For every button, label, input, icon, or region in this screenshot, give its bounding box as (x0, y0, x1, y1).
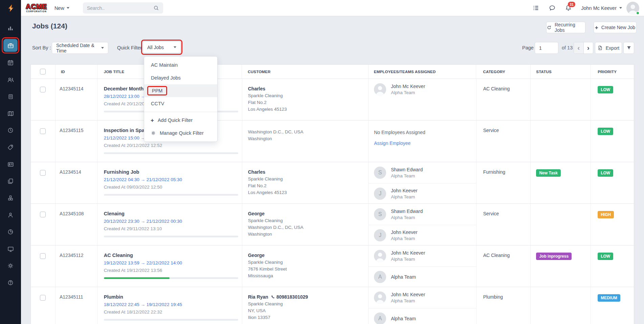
customer-phone[interactable]: 809818301029 (271, 294, 308, 300)
customer-name[interactable]: George (248, 211, 368, 216)
page-total-label: of 13 (562, 42, 573, 54)
employee-entry[interactable]: John Mc KeeverAlpha Team (369, 245, 476, 266)
menu-item-delayed-jobs[interactable]: Delayed Jobs (144, 71, 217, 84)
job-category: AC Cleaning (476, 245, 531, 287)
customer-name[interactable]: Ria Ryan809818301029 (248, 294, 368, 300)
app-logo[interactable] (0, 0, 21, 16)
menu-item-ppm[interactable]: PPM (144, 84, 217, 97)
header-priority[interactable]: PRIORITY (591, 65, 634, 79)
priority-badge: LOW (598, 86, 613, 93)
recurring-jobs-button[interactable]: Recurring Jobs (546, 22, 585, 33)
row-checkbox[interactable] (40, 212, 46, 217)
quick-filter-label: Quick Filter : (117, 42, 145, 54)
sidebar-item-customers[interactable] (0, 71, 21, 88)
new-menu[interactable]: New (54, 5, 69, 11)
sidebar-item-settings[interactable] (0, 257, 21, 274)
employee-name: John Keever (391, 188, 418, 193)
sidebar-item-jobs[interactable] (3, 39, 18, 52)
recurring-jobs-label: Recurring Jobs (555, 22, 585, 33)
avatar[interactable] (626, 2, 639, 15)
row-checkbox[interactable] (40, 170, 46, 176)
task-list-button[interactable] (532, 4, 539, 12)
next-page-button[interactable]: › (584, 42, 593, 53)
job-schedule-link[interactable]: 18/12/2022 22:45 → 19/12/2022 19:45 (104, 302, 238, 307)
previous-page-button[interactable]: ‹ (574, 42, 584, 53)
timesheet-icon (7, 127, 14, 134)
create-new-job-button[interactable]: + Create New Job (594, 22, 637, 33)
sidebar-item-calendar[interactable] (0, 54, 21, 71)
phone-icon (271, 295, 275, 299)
sidebar-item-inventory[interactable] (0, 190, 21, 207)
export-label: Export (606, 45, 619, 51)
create-new-job-label: Create New Job (601, 25, 635, 30)
header-category[interactable]: CATEGORY (476, 65, 531, 79)
select-all-checkbox[interactable] (40, 69, 46, 74)
sort-by-select[interactable]: Scheduled Date & Time (52, 42, 108, 54)
quick-filter-select[interactable]: All Jobs (143, 41, 181, 53)
export-button[interactable]: Export (595, 42, 622, 54)
employee-entry[interactable]: JJohn KeeverAlpha Team (369, 225, 476, 246)
job-schedule-link[interactable]: 19/12/2022 13:59 → 22/12/2022 14:00 (104, 260, 238, 265)
quick-filter-value: All Jobs (147, 45, 164, 50)
sidebar-item-reports[interactable] (0, 223, 21, 240)
header-employees[interactable]: EMPLOYEES/TEAMS ASSIGNED (369, 65, 476, 79)
row-checkbox[interactable] (40, 253, 46, 259)
sidebar-item-help[interactable] (0, 274, 21, 291)
menu-item-ac-maintain[interactable]: AC Maintain (144, 59, 217, 71)
header-status[interactable]: STATUS (531, 65, 591, 79)
add-quick-filter-item[interactable]: + Add Quick Filter (144, 114, 217, 127)
customer-name[interactable]: George (248, 253, 368, 258)
search-input[interactable] (87, 5, 153, 11)
row-checkbox[interactable] (40, 128, 46, 134)
job-created-at: Created At 19/12/2022 13:56 (104, 268, 238, 273)
job-schedule-link[interactable]: 21/12/2022 04:30 → 21/12/2022 05:30 (104, 177, 238, 182)
employee-entry[interactable]: JJohn KeeverAlpha Team (369, 183, 476, 204)
employee-entry[interactable]: AAlpha Team (369, 266, 476, 287)
employee-entry[interactable]: SShawn EdwardAlpha Team (369, 204, 476, 225)
sidebar-item-devices[interactable] (0, 240, 21, 257)
notifications-button[interactable]: 31 (565, 4, 572, 12)
filter-button[interactable] (623, 42, 634, 54)
search-icon[interactable] (153, 5, 159, 11)
sidebar-item-timesheet[interactable] (0, 122, 21, 139)
header-id[interactable]: ID (55, 65, 97, 79)
job-title-link[interactable]: Furnishing Job (104, 169, 238, 175)
company-name: ACME (26, 3, 47, 10)
customer-address-line: Sparkle Cleaning (248, 301, 368, 306)
sidebar-item-tags[interactable] (0, 139, 21, 156)
table-body: A12345114December Month28/12/2022 13:00 … (31, 79, 634, 324)
job-title-link[interactable]: AC Cleaning (104, 253, 238, 258)
employee-entry[interactable]: John Mc KeeverAlpha Team (369, 79, 476, 100)
sidebar-item-documents[interactable] (0, 173, 21, 190)
sidebar-item-map[interactable] (0, 105, 21, 122)
messages-button[interactable] (549, 4, 556, 12)
sidebar-item-id-card[interactable] (0, 156, 21, 173)
customer-name[interactable]: Charles (248, 169, 368, 175)
topbar-actions: 31 John Mc Keever (532, 2, 644, 15)
company-logo[interactable]: ACME CORPORATION (26, 3, 47, 13)
page-number-input[interactable] (535, 42, 558, 54)
table-row: A1234514Furnishing Job21/12/2022 04:30 →… (31, 162, 634, 204)
no-employees-text: No Employees AssignedAssign Employee (369, 121, 476, 146)
row-checkbox[interactable] (40, 87, 46, 92)
manage-quick-filter-item[interactable]: Manage Quick Filter (144, 127, 217, 139)
job-schedule-link[interactable]: 20/12/2022 23:30 → 21/12/2022 00:30 (104, 219, 238, 224)
employee-avatar: A (374, 271, 386, 283)
sidebar-item-employees[interactable] (0, 207, 21, 223)
priority-badge: LOW (598, 169, 613, 177)
employee-entry[interactable]: SShawn EdwardAlpha Team (369, 162, 476, 183)
inventory-icon (7, 195, 14, 201)
employee-entry[interactable]: John Mc KeeverAlpha Team (369, 287, 476, 308)
sidebar-item-estimates[interactable] (0, 88, 21, 105)
row-checkbox[interactable] (40, 295, 46, 301)
header-customer[interactable]: CUSTOMER (242, 65, 369, 79)
customer-name[interactable]: Charles (248, 86, 368, 91)
menu-item-cctv[interactable]: CCTV (144, 97, 217, 110)
job-title-link[interactable]: Clenaing (104, 211, 238, 216)
user-menu[interactable]: John Mc Keever (581, 5, 622, 11)
employee-entry[interactable]: AAlpha Team (369, 308, 476, 324)
assign-employee-link[interactable]: Assign Employee (374, 141, 476, 146)
pagination-controls: ‹ › (574, 42, 593, 54)
sidebar-item-dashboard[interactable] (0, 20, 21, 37)
job-title-link[interactable]: Plumbin (104, 294, 238, 300)
